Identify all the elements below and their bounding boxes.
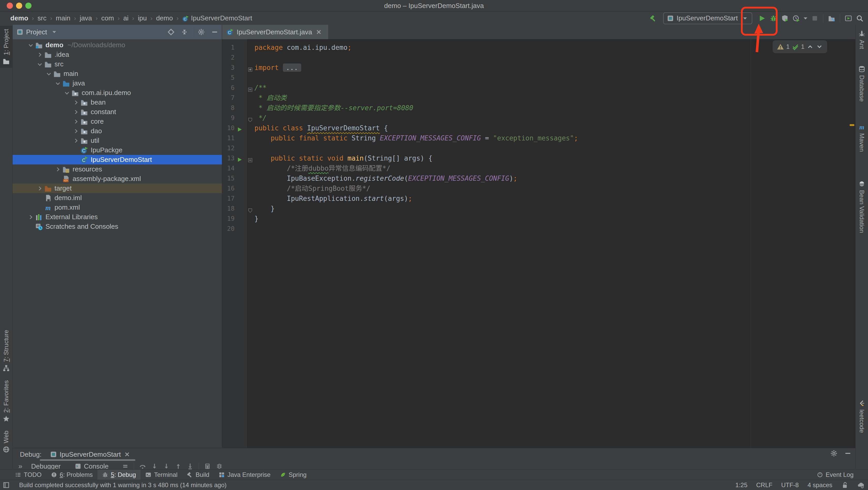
tool-window-button-build[interactable]: Build <box>182 469 214 480</box>
code-line-13[interactable]: 13 public static void main(String[] args… <box>222 153 851 163</box>
code-line-1[interactable]: 1package com.ai.ipu.demo; <box>222 42 851 53</box>
editor-area[interactable]: C IpuServerDemoStart.java 1package com.a… <box>222 25 856 448</box>
tool-window-button-todo[interactable]: TODO <box>10 469 46 480</box>
breadcrumb-item[interactable]: demo <box>153 14 176 22</box>
tree-item-dao[interactable]: dao <box>13 126 222 136</box>
breadcrumb-item[interactable]: com <box>99 14 117 22</box>
tool-stripe-beanvalidation[interactable]: Bean Validation <box>856 177 868 236</box>
profiler-dropdown-icon[interactable] <box>802 15 809 22</box>
search-everywhere-button[interactable] <box>854 13 865 24</box>
chevron-right-icon[interactable] <box>27 214 35 220</box>
step-over-icon[interactable] <box>139 463 146 469</box>
debugger-tab-debugger[interactable]: Debugger <box>27 461 65 470</box>
build-project-button[interactable] <box>648 13 659 24</box>
step-into-icon[interactable] <box>163 463 170 469</box>
file-encoding[interactable]: UTF-8 <box>781 482 799 489</box>
tool-window-button-problems[interactable]: 6: Problems <box>46 469 97 480</box>
tool-stripe-structure[interactable]: 7: Structure <box>0 327 12 375</box>
breadcrumb-item[interactable]: ipu <box>135 14 149 22</box>
select-opened-file-button[interactable] <box>165 26 177 38</box>
tree-item-java[interactable]: java <box>13 78 222 88</box>
project-panel-title[interactable]: Project <box>26 28 47 36</box>
calc-icon[interactable] <box>204 463 211 469</box>
chevron-right-icon[interactable] <box>72 99 80 106</box>
code-line-2[interactable]: 2 <box>222 53 851 63</box>
tree-item-external-libraries[interactable]: External Libraries <box>13 212 222 222</box>
project-view-dropdown-icon[interactable] <box>51 28 58 36</box>
tool-stripe-project[interactable]: 1: Project <box>0 26 12 68</box>
chevron-right-icon[interactable] <box>72 138 80 144</box>
code-line-10[interactable]: 10public class IpuServerDemoStart { <box>222 123 851 133</box>
chevron-right-icon[interactable] <box>72 128 80 134</box>
indent-setting[interactable]: 4 spaces <box>808 482 832 489</box>
code-line-3[interactable]: 3import ... <box>222 63 851 73</box>
tree-item-demo[interactable]: demo~/Downloads/demo <box>13 40 222 50</box>
tree-item-scratches-and-consoles[interactable]: Scratches and Consoles <box>13 222 222 231</box>
close-session-icon[interactable] <box>123 451 131 458</box>
tool-window-button-spring[interactable]: Spring <box>275 469 311 480</box>
debug-settings-icon[interactable] <box>830 450 838 457</box>
project-settings-button[interactable] <box>195 26 207 38</box>
project-structure-button[interactable] <box>826 13 837 24</box>
breadcrumb-item[interactable]: src <box>35 14 49 22</box>
tool-stripe-ant[interactable]: Ant <box>856 27 868 52</box>
code-line-19[interactable]: 19} <box>222 214 851 224</box>
run-anything-button[interactable] <box>843 13 854 24</box>
code-line-18[interactable]: 18 } <box>222 204 851 214</box>
code-line-20[interactable]: 20 <box>222 224 851 234</box>
step-into-icon[interactable] <box>151 463 158 469</box>
editor-tab[interactable]: C IpuServerDemoStart.java <box>222 25 328 39</box>
tree-item-ipupackge[interactable]: CIpuPackge <box>13 145 222 155</box>
code-line-14[interactable]: 14 /*注册dubbo异常信息编码配置*/ <box>222 163 851 173</box>
code-line-9[interactable]: 9 */ <box>222 113 851 123</box>
debug-session-tab[interactable]: IpuServerDemoStart <box>48 450 132 460</box>
hide-debug-panel-icon[interactable] <box>844 450 851 457</box>
chevron-right-icon[interactable] <box>72 119 80 125</box>
collapse-all-button[interactable] <box>179 26 190 38</box>
tool-stripe-database[interactable]: Database <box>856 62 868 105</box>
tree-item-constant[interactable]: constant <box>13 107 222 117</box>
tree-item-demo-iml[interactable]: demo.iml <box>13 193 222 203</box>
chevron-right-icon[interactable] <box>54 166 62 172</box>
run-button[interactable] <box>756 13 768 24</box>
code-editor[interactable]: 1package com.ai.ipu.demo;23import ...56/… <box>222 42 851 234</box>
tree-item-resources[interactable]: resources <box>13 164 222 174</box>
tool-stripe-favorites[interactable]: 2: Favorites <box>0 377 12 425</box>
code-line-11[interactable]: 11 public final static String EXCEPTION_… <box>222 133 851 143</box>
hidden-tabs-chevron[interactable]: » <box>18 462 22 469</box>
tool-window-button-javaenterprise[interactable]: Java Enterprise <box>214 469 275 480</box>
runcursor-icon[interactable] <box>187 463 193 469</box>
breadcrumb-item[interactable]: ai <box>121 14 131 22</box>
chevron-down-icon[interactable] <box>36 61 44 67</box>
tree-item-ipuserverdemostart[interactable]: CIpuServerDemoStart <box>13 155 222 164</box>
run-with-coverage-button[interactable] <box>779 13 790 24</box>
breadcrumb-item[interactable]: CIpuServerDemoStart <box>180 14 255 22</box>
mute-icon[interactable] <box>122 463 129 469</box>
tree-item-core[interactable]: core <box>13 117 222 126</box>
tree-item-main[interactable]: main <box>13 69 222 78</box>
chevron-down-icon[interactable] <box>45 71 53 77</box>
error-stripe-mark[interactable] <box>850 124 854 126</box>
code-line-15[interactable]: 15 IpuBaseException.registerCode(EXCEPTI… <box>222 173 851 184</box>
run-config-selector[interactable]: IpuServerDemoStart <box>663 12 752 24</box>
chevron-right-icon[interactable] <box>72 109 80 115</box>
code-line-7[interactable]: 7 * 启动类 <box>222 93 851 103</box>
chevron-down-icon[interactable] <box>63 90 71 96</box>
line-ending[interactable]: CRLF <box>756 482 772 489</box>
tree-item-com-ai-ipu-demo[interactable]: com.ai.ipu.demo <box>13 88 222 98</box>
lock-icon[interactable] <box>841 482 848 489</box>
tree-item-pom-xml[interactable]: mpom.xml <box>13 203 222 212</box>
chevron-right-icon[interactable] <box>36 185 44 192</box>
code-line-17[interactable]: 17 IpuRestApplication.start(args); <box>222 194 851 204</box>
tree-item--idea[interactable]: .idea <box>13 50 222 59</box>
inspection-widget[interactable]: 1 1 <box>773 40 827 53</box>
tool-window-button-debug[interactable]: 5: Debug <box>97 469 141 480</box>
event-log-button[interactable]: Event Log <box>817 471 854 479</box>
code-line-5[interactable]: 5 <box>222 73 851 83</box>
debugger-tab-console[interactable]: Console <box>70 461 113 470</box>
code-line-8[interactable]: 8 * 启动的时候需要指定参数--server.port=8080 <box>222 103 851 113</box>
prev-problem-icon[interactable] <box>807 43 814 50</box>
tool-stripe-web[interactable]: Web <box>0 427 12 456</box>
restore-icon[interactable] <box>216 463 223 469</box>
next-problem-icon[interactable] <box>816 43 823 50</box>
